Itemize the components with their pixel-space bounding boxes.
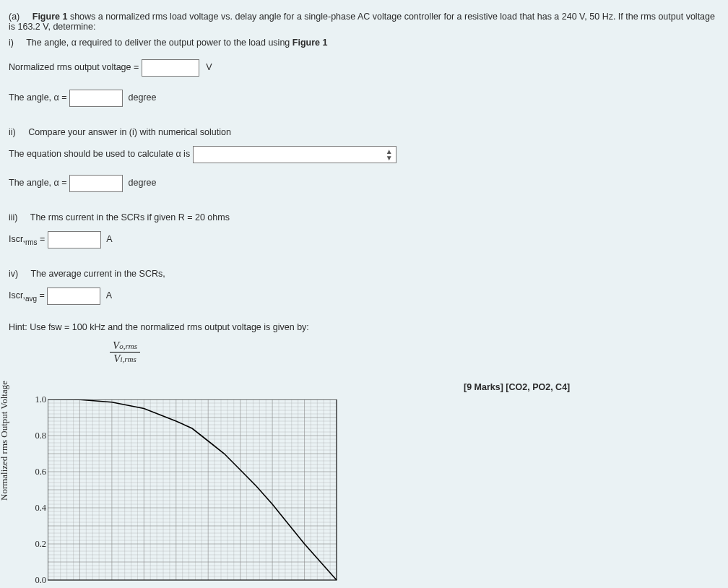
part-iv: iv) The average current in the SCRs,	[9, 269, 719, 279]
label-iii: iii)	[9, 212, 18, 222]
angle1-row: The angle, α = degree	[9, 90, 719, 107]
fraction: Vo,rms Vi,rms	[110, 340, 140, 365]
iscr-avg-sub: avg	[25, 295, 37, 303]
iscr-rms-unit: A	[106, 234, 112, 244]
angle2-label: The angle, α =	[9, 178, 69, 188]
equation-select[interactable]: ▲▼	[193, 146, 396, 163]
iscr-avg-eq: =	[37, 290, 47, 301]
iscr-avg-label: Iscr,	[9, 290, 25, 301]
hint-text: Hint: Use fsw = 100 kHz and the normaliz…	[9, 322, 719, 332]
angle2-unit: degree	[129, 178, 157, 188]
part-i: i) The angle, α required to deliver the …	[9, 38, 719, 48]
chart-ytick: 0.0	[29, 575, 46, 586]
angle1-unit: degree	[129, 92, 157, 103]
normalized-row: Normalized rms output voltage = V	[9, 59, 719, 77]
iscr-rms-row: Iscr,rms = A	[9, 231, 719, 248]
intro-text: shows a normalized rms load voltage vs. …	[9, 12, 715, 32]
iscr-rms-input[interactable]	[48, 231, 101, 248]
chart-ytick: 0.8	[29, 431, 46, 441]
chart-ytick: 0.6	[29, 467, 46, 477]
chart-figure: Normalized rms Output Voltage 0.00.20.40…	[22, 399, 719, 588]
normalized-unit: V	[206, 62, 212, 72]
iscr-avg-row: Iscr,avg = A	[9, 287, 719, 305]
iscr-rms-eq: =	[38, 234, 48, 244]
marks-label: [9 Marks] [CO2, PO2, C4]	[464, 382, 570, 392]
iscr-rms-label: Iscr,	[9, 234, 25, 244]
label-iv: iv)	[9, 269, 18, 279]
part-iii: iii) The rms current in the SCRs if give…	[9, 212, 719, 222]
angle2-input[interactable]	[69, 175, 123, 192]
part-i-fig: Figure 1	[292, 38, 328, 48]
part-ii-text: Compare your answer in (i) with numerica…	[28, 127, 231, 137]
label-a: (a)	[9, 12, 20, 22]
iscr-rms-sub: rms	[25, 238, 38, 246]
equation-label: The equation should be used to calculate…	[9, 149, 193, 159]
iscr-avg-unit: A	[106, 290, 112, 301]
chart-svg	[48, 399, 351, 584]
intro-line: (a) Figure 1 shows a normalized rms load…	[9, 12, 719, 32]
chart-ylabel: Normalized rms Output Voltage	[0, 381, 10, 501]
part-ii: ii) Compare your answer in (i) with nume…	[9, 127, 719, 137]
label-ii: ii)	[9, 127, 16, 137]
normalized-label: Normalized rms output voltage =	[9, 62, 142, 72]
part-i-text: The angle, α required to deliver the out…	[26, 38, 292, 48]
angle1-input[interactable]	[69, 90, 123, 107]
select-arrows-icon: ▲▼	[386, 148, 393, 161]
iscr-avg-input[interactable]	[47, 287, 100, 305]
chart-ytick: 0.4	[29, 503, 46, 514]
label-i: i)	[9, 38, 14, 48]
normalized-input[interactable]	[142, 59, 199, 77]
chart-ytick: 0.2	[29, 539, 46, 550]
part-iii-text: The rms current in the SCRs if given R =…	[30, 212, 230, 222]
equation-row: The equation should be used to calculate…	[9, 146, 719, 163]
angle1-label: The angle, α =	[9, 92, 69, 103]
part-iv-text: The average current in the SCRs,	[30, 269, 165, 279]
angle2-row: The angle, α = degree	[9, 175, 719, 192]
figure1-bold: Figure 1	[32, 12, 68, 22]
chart-ytick: 1.0	[29, 394, 46, 405]
